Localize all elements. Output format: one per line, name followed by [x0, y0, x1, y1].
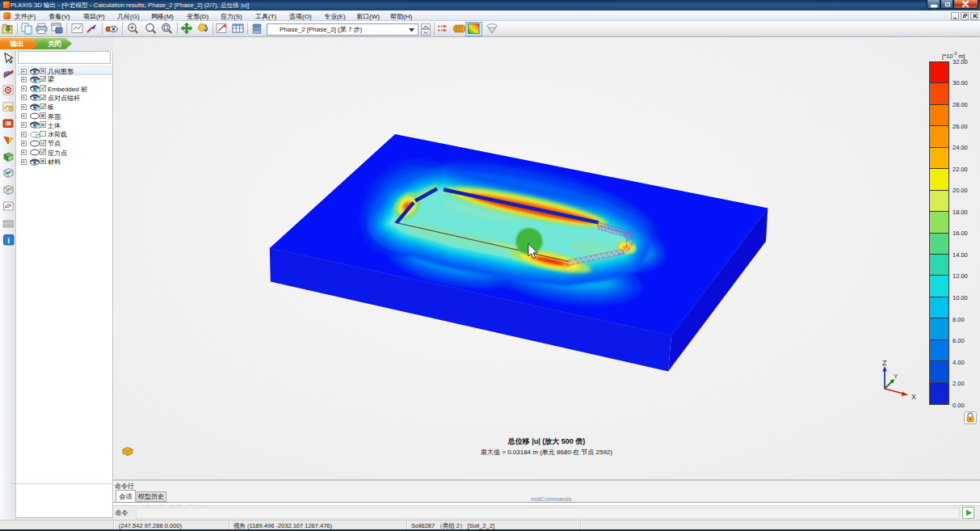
svg-text:X: X [911, 393, 916, 401]
svg-text:i: i [7, 236, 10, 245]
svg-text:Z: Z [882, 359, 887, 367]
svg-text:Y: Y [894, 373, 898, 380]
